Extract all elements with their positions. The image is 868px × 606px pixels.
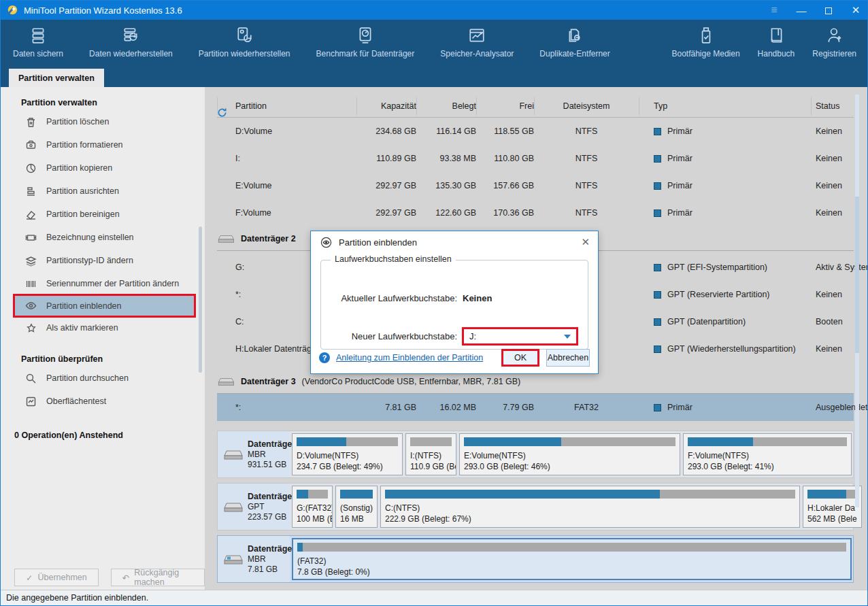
- partition-restore-icon: [235, 27, 253, 44]
- diskmap-disk1: Datenträger:1 MBR 931.51 GB D:Volume(NTF…: [217, 431, 854, 478]
- partition-type-icon: [654, 318, 661, 326]
- toolbar-item-space-analyzer[interactable]: Speicher-Analysator: [440, 27, 514, 58]
- sidebar-section-manage: Partition verwalten: [21, 98, 205, 107]
- toolbar-item-register[interactable]: Registrieren: [812, 27, 856, 58]
- help-icon[interactable]: ?: [319, 352, 330, 363]
- sidebar-section-check: Partition überprüfen: [21, 354, 205, 364]
- table-scrollbar[interactable]: [855, 95, 859, 507]
- help-link[interactable]: Anleitung zum Einblenden der Partition: [336, 353, 483, 363]
- sidebar-item-partitionstyp-id-aendern[interactable]: Partitionstyp-ID ändern: [1, 249, 205, 272]
- duplicate-remover-icon: [566, 27, 584, 44]
- copy-icon: [25, 163, 37, 174]
- undo-arrow-icon: ↶: [122, 573, 129, 583]
- disk-icon: [217, 376, 235, 387]
- table-row[interactable]: F:Volume 292.97 GB 122.60 GB 170.36 GB N…: [217, 199, 854, 226]
- partition-type-icon: [654, 182, 661, 190]
- diskmap-partition-g[interactable]: G:(FAT32) 100 MB (Bele: [292, 486, 333, 528]
- tab-partition-verwalten[interactable]: Partition verwalten: [9, 69, 104, 87]
- table-row[interactable]: E:Volume 292.97 GB 135.30 GB 157.66 GB N…: [217, 172, 854, 199]
- disk3-label[interactable]: Datenträger:3 MBR 7.81 GB: [218, 536, 290, 582]
- sidebar-item-bezeichnung-einstellen[interactable]: Bezeichnung einstellen: [1, 226, 205, 249]
- diskmap-partition-f[interactable]: F:Volume(NTFS) 293.0 GB (Belegt: 41%): [683, 433, 852, 475]
- disk-icon: [217, 233, 235, 244]
- dialog-close-icon[interactable]: ✕: [581, 236, 590, 248]
- sidebar-item-oberflaechentest[interactable]: Oberflächentest: [1, 390, 205, 413]
- disk2-label[interactable]: Datenträger:2 GPT 223.57 GB: [218, 484, 290, 530]
- usb-disk-icon: [222, 552, 243, 566]
- partition-type-icon: [654, 209, 661, 217]
- sidebar-item-seriennummer-aendern[interactable]: Seriennummer der Partition ändern: [1, 272, 205, 295]
- manual-icon: [767, 27, 785, 44]
- app-window: MiniTool Partition Wizard Kostenlos 13.6…: [0, 0, 868, 606]
- diskmap-partition-d[interactable]: D:Volume(NTFS) 234.7 GB (Belegt: 49%): [292, 433, 403, 475]
- table-row-selected[interactable]: *: 7.81 GB 16.02 MB 7.79 GB FAT32 Primär…: [217, 394, 854, 421]
- backup-icon: [29, 27, 47, 44]
- explore-icon: [25, 373, 37, 384]
- usage-bar: [464, 437, 675, 446]
- diskmap-disk3: Datenträger:3 MBR 7.81 GB (FAT32) 7.8 GB…: [217, 535, 854, 583]
- toolbar-item-benchmark[interactable]: Benchmark für Datenträger: [316, 27, 415, 58]
- format-icon: [25, 139, 37, 151]
- table-header: Partition Kapazität Belegt Frei Dateisys…: [217, 95, 854, 118]
- check-icon: ✓: [26, 573, 33, 583]
- partition-type-icon: [654, 346, 661, 353]
- close-button[interactable]: ✕: [848, 4, 863, 16]
- sidebar-item-partition-formatieren[interactable]: Partition formatieren: [1, 133, 205, 156]
- serial-number-icon: [25, 278, 37, 290]
- toolbar-item-partition-restore[interactable]: Partition wiederherstellen: [199, 27, 290, 58]
- menu-icon[interactable]: ≡: [767, 4, 782, 16]
- new-drive-letter-select[interactable]: J:: [462, 327, 578, 346]
- groupbox-legend: Laufwerkbuchstaben einstellen: [331, 254, 456, 264]
- set-active-icon: [25, 322, 37, 334]
- delete-icon: [25, 116, 37, 128]
- sidebar: Partition verwalten Partition löschen Pa…: [1, 87, 205, 591]
- sidebar-item-als-aktiv-markieren[interactable]: Als aktiv markieren: [1, 316, 205, 339]
- sidebar-item-partition-ausrichten[interactable]: Partition ausrichten: [1, 180, 205, 203]
- partition-type-icon: [654, 291, 661, 299]
- sidebar-item-partition-durchsuchen[interactable]: Partition durchsuchen: [1, 367, 205, 390]
- diskmap-disk2: Datenträger:2 GPT 223.57 GB G:(FAT32) 10…: [217, 483, 854, 531]
- diskmap-partition-i[interactable]: I:(NTFS) 110.9 GB (Belegt: [405, 433, 456, 475]
- table-row[interactable]: I: 110.89 GB 93.38 MB 110.80 GB NTFS Pri…: [217, 145, 854, 172]
- toolbar-item-duplicate-remover[interactable]: Duplikate-Entferner: [539, 27, 610, 58]
- diskmap-partition-e[interactable]: E:Volume(NTFS) 293.0 GB (Belegt: 46%): [459, 433, 680, 475]
- sidebar-scrollbar[interactable]: [199, 226, 202, 373]
- partition-type-icon: [654, 155, 661, 163]
- usage-bar: [688, 437, 847, 446]
- partition-type-icon: [654, 264, 661, 271]
- maximize-button[interactable]: [821, 5, 836, 16]
- current-letter-value: Keinen: [463, 293, 492, 303]
- ok-button[interactable]: OK: [501, 349, 539, 367]
- diskmap-partition-h[interactable]: H:Lokaler Da 562 MB (Bele: [803, 486, 862, 528]
- toolbar-item-bootable-media[interactable]: Bootfähige Medien: [672, 27, 740, 58]
- title-bar: MiniTool Partition Wizard Kostenlos 13.6…: [1, 1, 867, 20]
- toolbar-item-backup[interactable]: Daten sichern: [13, 27, 63, 58]
- partition-type-icon: [654, 128, 661, 135]
- bootable-media-icon: [697, 27, 715, 44]
- diskmap-partition-fat32[interactable]: (FAT32) 7.8 GB (Belegt: 0%): [292, 538, 852, 580]
- usage-bar: [340, 490, 373, 499]
- label-icon: [25, 232, 37, 243]
- usage-bar: [297, 543, 846, 552]
- sidebar-item-partition-kopieren[interactable]: Partition kopieren: [1, 156, 205, 180]
- toolbar-item-manual[interactable]: Handbuch: [758, 27, 795, 58]
- cancel-button[interactable]: Abbrechen: [546, 349, 590, 367]
- diskmap-partition-c[interactable]: C:(NTFS) 222.9 GB (Belegt: 67%): [380, 486, 800, 528]
- table-row[interactable]: D:Volume 234.68 GB 116.14 GB 118.55 GB N…: [217, 118, 854, 145]
- sidebar-item-partition-bereinigen[interactable]: Partition bereinigen: [1, 203, 205, 226]
- sidebar-item-partition-loeschen[interactable]: Partition löschen: [1, 110, 205, 133]
- usage-bar: [410, 437, 452, 446]
- sidebar-item-partition-einblenden[interactable]: Partition einblenden: [14, 295, 195, 316]
- diskmap-partition-sonstig[interactable]: (Sonstig) 16 MB: [335, 486, 378, 528]
- disk-icon: [222, 500, 243, 514]
- disk1-label[interactable]: Datenträger:1 MBR 931.51 GB: [218, 431, 290, 477]
- status-bar: Die angegebene Partition einblenden.: [1, 590, 867, 605]
- toolbar-item-data-restore[interactable]: Daten wiederherstellen: [89, 27, 173, 58]
- minimize-button[interactable]: —: [794, 5, 809, 16]
- dialog-title: Partition einblenden: [339, 237, 417, 248]
- undo-button[interactable]: ↶ Rückgängig machen: [111, 569, 205, 586]
- drive-letter-groupbox: Laufwerkbuchstaben einstellen Aktueller …: [320, 260, 588, 350]
- chevron-down-icon: [564, 335, 571, 339]
- apply-button[interactable]: ✓ Übernehmen: [14, 569, 99, 586]
- space-analyzer-icon: [468, 27, 486, 44]
